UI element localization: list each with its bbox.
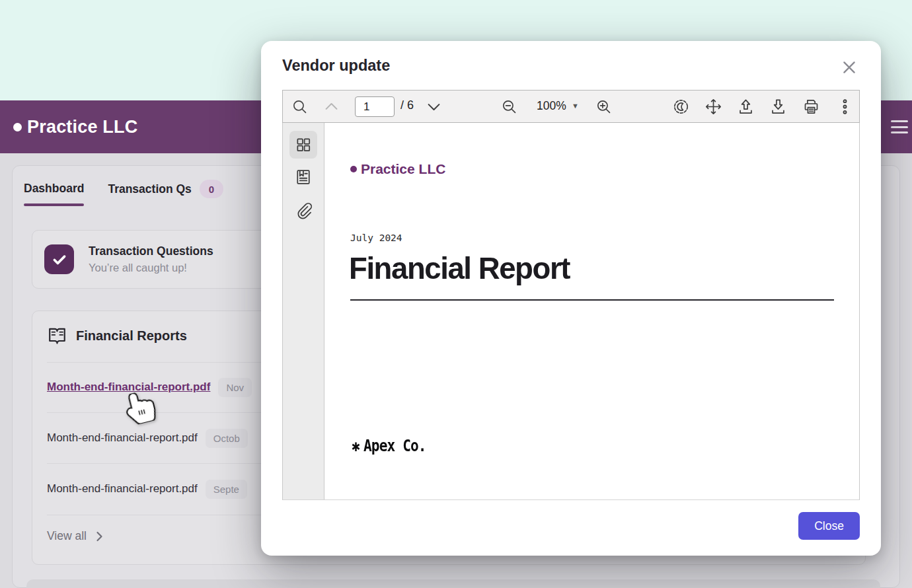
page-total-label: / 6: [400, 98, 414, 112]
page-number-input[interactable]: [355, 96, 395, 117]
brand-logo: Practice LLC: [13, 117, 137, 137]
more-options-kebab-icon[interactable]: [837, 91, 853, 122]
transaction-questions-title: Transaction Questions: [89, 244, 213, 258]
hamburger-menu-icon[interactable]: [891, 119, 908, 135]
close-button[interactable]: Close: [798, 512, 860, 540]
view-all-label: View all: [47, 529, 87, 543]
modal-title: Vendor update: [282, 57, 390, 75]
document-outline-icon[interactable]: [294, 168, 313, 186]
print-icon[interactable]: [802, 91, 820, 122]
pdf-date: July 2024: [350, 233, 402, 243]
pdf-page: Practice LLC July 2024 Financial Report …: [325, 123, 859, 499]
zoom-level-label[interactable]: 100%: [537, 99, 566, 113]
pdf-document-title: Financial Report: [349, 250, 570, 286]
tab-transaction-qs[interactable]: Transaction Qs 0: [108, 180, 223, 198]
report-month-badge: Octob: [206, 429, 248, 448]
view-all-link[interactable]: View all: [47, 529, 103, 543]
pdf-sidebar: [283, 123, 324, 499]
upload-icon[interactable]: [737, 91, 755, 122]
zoom-dropdown-caret-icon[interactable]: ▼: [572, 102, 579, 110]
attachments-paperclip-icon[interactable]: [294, 201, 313, 219]
zoom-in-icon[interactable]: [595, 91, 612, 122]
pdf-brand-logo: Practice LLC: [350, 161, 445, 177]
pdf-brand-dot-icon: [350, 166, 357, 172]
report-month-badge: Nov: [218, 378, 252, 397]
download-icon[interactable]: [769, 91, 787, 122]
zoom-out-icon[interactable]: [501, 91, 517, 122]
financial-reports-title: Financial Reports: [76, 328, 187, 344]
transaction-questions-subtitle: You’re all caught up!: [89, 262, 213, 274]
appearance-icon[interactable]: [672, 91, 690, 122]
tab-bar: Dashboard Transaction Qs 0: [24, 173, 223, 205]
checkmark-icon: [44, 244, 74, 274]
pdf-brand-name: Practice LLC: [361, 161, 445, 177]
report-file-link[interactable]: Month-end-financial-report.pdf: [47, 431, 198, 445]
thumbnails-view-button[interactable]: [289, 131, 317, 159]
open-book-icon: [48, 326, 67, 345]
report-file-link[interactable]: Month-end-financial-report.pdf: [47, 482, 198, 496]
previous-page-icon[interactable]: [323, 91, 340, 122]
apex-asterisk-mark: ✱: [352, 437, 360, 455]
tab-dashboard[interactable]: Dashboard: [24, 182, 84, 197]
search-icon[interactable]: [291, 91, 308, 122]
apex-logo-text: Apex Co.: [363, 437, 426, 455]
report-month-badge: Septe: [206, 480, 247, 499]
tab-transaction-qs-label: Transaction Qs: [108, 182, 191, 196]
pdf-toolbar: / 6 100% ▼: [282, 90, 860, 123]
lower-section-card: [26, 579, 880, 588]
transaction-qs-count-badge: 0: [200, 180, 223, 198]
next-page-icon[interactable]: [425, 91, 443, 122]
pan-tool-icon[interactable]: [704, 91, 722, 122]
pdf-title-rule: [350, 299, 834, 301]
pdf-viewer: Practice LLC July 2024 Financial Report …: [282, 123, 860, 500]
modal-close-icon[interactable]: [841, 59, 858, 76]
brand-name: Practice LLC: [27, 117, 137, 137]
brand-dot-icon: [13, 123, 22, 131]
pdf-footer-logo: ✱ Apex Co.: [352, 437, 426, 455]
chevron-right-icon: [96, 531, 103, 542]
report-file-link[interactable]: Month-end-financial-report.pdf: [47, 381, 210, 394]
